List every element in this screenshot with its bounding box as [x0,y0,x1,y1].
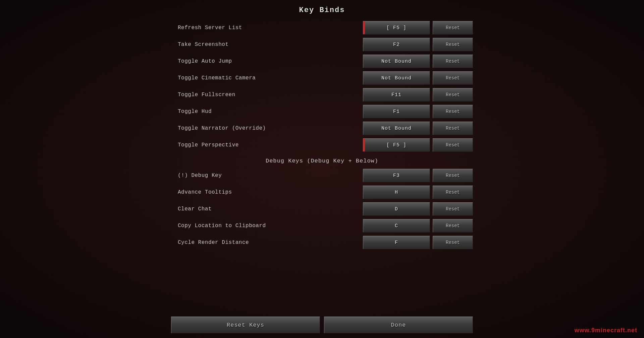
keybind-reset-button[interactable]: Reset [433,55,473,68]
keybind-reset-button[interactable]: Reset [433,122,473,135]
keybind-key-button[interactable]: F [363,236,430,249]
keybind-row: Toggle Narrator (Override)Not BoundReset [171,120,473,136]
keybinds-section: Refresh Server List[ F5 ]ResetTake Scree… [171,20,473,153]
keybind-row: Copy Location to ClipboardCReset [171,218,473,234]
bottom-bar: Reset Keys Done [171,312,473,338]
keybind-key-button[interactable]: Not Bound [363,122,430,135]
keybind-key-button[interactable]: Not Bound [363,71,430,85]
keybind-key-button[interactable]: F2 [363,38,430,51]
keybind-row: Toggle Auto JumpNot BoundReset [171,53,473,69]
keybind-key-label: F1 [393,109,400,115]
keybind-key-button[interactable]: H [363,186,430,199]
keybind-label: Advance Tooltips [171,189,363,195]
keybind-key-button[interactable]: [ F5 ] [363,138,430,152]
reset-keys-button[interactable]: Reset Keys [171,317,320,333]
keybind-key-label: [ F5 ] [386,142,407,148]
watermark: www.9minecraft.net [575,327,637,334]
keybind-reset-button[interactable]: Reset [433,219,473,232]
keybind-key-label: F [395,240,398,246]
keybind-row: Toggle Perspective[ F5 ]Reset [171,137,473,153]
keybind-row: Toggle Cinematic CameraNot BoundReset [171,70,473,86]
keybind-key-button[interactable]: D [363,202,430,216]
keybind-key-label: Not Bound [381,126,412,131]
keybind-key-label: F3 [393,173,400,179]
keybind-key-button[interactable]: F1 [363,105,430,118]
keybind-key-button[interactable]: C [363,219,430,232]
keybind-reset-button[interactable]: Reset [433,21,473,35]
keybind-reset-button[interactable]: Reset [433,38,473,51]
keybind-key-label: Not Bound [381,75,412,81]
keybind-key-button[interactable]: F11 [363,88,430,102]
keybind-key-label: H [395,190,398,195]
keybind-key-button[interactable]: F3 [363,169,430,182]
keybind-key-label: D [395,206,398,212]
keybind-reset-button[interactable]: Reset [433,186,473,199]
keybind-reset-button[interactable]: Reset [433,71,473,85]
keybind-key-button[interactable]: [ F5 ] [363,21,430,35]
keybind-reset-button[interactable]: Reset [433,236,473,249]
keybind-label: Toggle Fullscreen [171,92,363,98]
debug-keybinds-section: (!) Debug KeyF3ResetAdvance TooltipsHRes… [171,167,473,251]
keybind-label: Take Screenshot [171,42,363,48]
debug-section-header: Debug Keys (Debug Key + Below) [171,154,473,167]
keybinds-list: Refresh Server List[ F5 ]ResetTake Scree… [171,20,473,251]
keybind-label: Copy Location to Clipboard [171,223,363,229]
keybind-row: Toggle FullscreenF11Reset [171,87,473,103]
keybind-key-label: F2 [393,42,400,48]
keybind-label: Toggle Perspective [171,142,363,148]
keybind-reset-button[interactable]: Reset [433,88,473,102]
keybind-key-label: [ F5 ] [386,25,407,31]
keybind-label: Refresh Server List [171,25,363,31]
keybind-label: Toggle Hud [171,109,363,115]
keybind-label: Toggle Narrator (Override) [171,125,363,131]
keybind-label: Clear Chat [171,206,363,212]
keybind-row: Toggle HudF1Reset [171,104,473,120]
keybind-key-label: F11 [391,92,401,98]
keybind-label: (!) Debug Key [171,173,363,179]
keybind-key-button[interactable]: Not Bound [363,55,430,68]
keybind-key-label: C [395,223,398,229]
page-title: Key Binds [299,6,345,14]
keybind-row: Advance TooltipsHReset [171,184,473,200]
keybind-label: Cycle Render Distance [171,240,363,246]
keybind-reset-button[interactable]: Reset [433,105,473,118]
keybind-reset-button[interactable]: Reset [433,138,473,152]
keybind-key-label: Not Bound [381,59,412,64]
done-button[interactable]: Done [324,317,473,333]
keybind-row: Refresh Server List[ F5 ]Reset [171,20,473,36]
keybind-row: (!) Debug KeyF3Reset [171,167,473,184]
keybind-reset-button[interactable]: Reset [433,169,473,182]
keybind-row: Take ScreenshotF2Reset [171,37,473,53]
keybind-label: Toggle Cinematic Camera [171,75,363,81]
keybind-row: Cycle Render DistanceFReset [171,234,473,251]
keybind-reset-button[interactable]: Reset [433,202,473,216]
keybind-row: Clear ChatDReset [171,201,473,217]
keybind-label: Toggle Auto Jump [171,58,363,64]
